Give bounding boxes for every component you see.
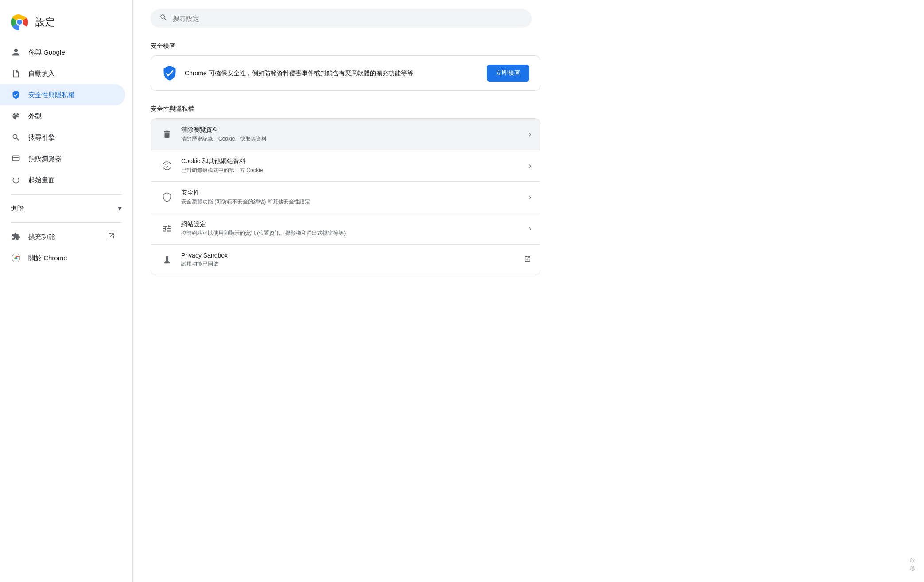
search-bar-wrap: [151, 9, 906, 28]
sidebar: 設定 你與 Google 自動填入 安全性與隱私權: [0, 0, 133, 582]
science-icon: [160, 253, 174, 267]
sidebar-nav: 你與 Google 自動填入 安全性與隱私權 外觀: [0, 42, 132, 269]
arrow-icon-site: ›: [529, 225, 531, 233]
privacy-item-subtitle-sandbox: 試用功能已開啟: [181, 260, 517, 268]
svg-point-10: [165, 166, 166, 167]
safety-check-description: Chrome 可確保安全性，例如防範資料侵害事件或封鎖含有惡意軟體的擴充功能等等: [185, 69, 480, 78]
safety-check-section-title: 安全檢查: [151, 42, 906, 50]
sidebar-label-google: 你與 Google: [28, 48, 115, 57]
sidebar-item-browser[interactable]: 預設瀏覽器: [0, 148, 125, 169]
bottom-hint: 啟 移: [910, 556, 915, 573]
search-icon: [159, 13, 167, 23]
palette-icon: [11, 111, 21, 121]
sidebar-label-extensions: 擴充功能: [28, 233, 101, 241]
arrow-icon-clear: ›: [529, 130, 531, 138]
privacy-item-subtitle-cookies: 已封鎖無痕模式中的第三方 Cookie: [181, 167, 522, 174]
chrome-icon: [11, 253, 21, 263]
sidebar-item-startup[interactable]: 起始畫面: [0, 169, 125, 191]
svg-point-9: [167, 164, 168, 164]
privacy-item-subtitle-clear: 清除歷史記錄、Cookie、快取等資料: [181, 135, 522, 143]
svg-rect-3: [13, 156, 19, 161]
svg-point-8: [165, 164, 166, 165]
safety-check-button[interactable]: 立即檢查: [487, 65, 529, 82]
cookie-icon: [160, 159, 174, 173]
sidebar-label-appearance: 外觀: [28, 112, 115, 121]
chevron-down-icon: ▾: [118, 203, 122, 213]
arrow-icon-cookies: ›: [529, 162, 531, 170]
tune-icon: [160, 222, 174, 236]
sidebar-item-about[interactable]: 關於 Chrome: [0, 247, 125, 269]
privacy-section: 安全性與隱私權 清除瀏覽資料 清除歷史記錄、Cookie、快取等資料 ›: [151, 105, 540, 275]
sidebar-item-extensions[interactable]: 擴充功能: [0, 226, 125, 247]
search-bar: [151, 9, 532, 28]
browser-icon: [11, 153, 21, 164]
sidebar-item-appearance[interactable]: 外觀: [0, 105, 125, 127]
sidebar-label-about: 關於 Chrome: [28, 254, 115, 262]
hint-line1: 啟: [910, 557, 915, 563]
sidebar-label-search: 搜尋引擎: [28, 133, 115, 142]
power-icon: [11, 175, 21, 185]
privacy-item-content-clear: 清除瀏覽資料 清除歷史記錄、Cookie、快取等資料: [181, 126, 522, 143]
privacy-item-site-settings[interactable]: 網站設定 控管網站可以使用和顯示的資訊 (位置資訊、攝影機和彈出式視窗等等) ›: [151, 213, 540, 245]
page-title: 設定: [35, 16, 55, 29]
privacy-item-subtitle-security: 安全瀏覽功能 (可防範不安全的網站) 和其他安全性設定: [181, 198, 522, 206]
privacy-item-content-site: 網站設定 控管網站可以使用和顯示的資訊 (位置資訊、攝影機和彈出式視窗等等): [181, 220, 522, 237]
search-nav-icon: [11, 132, 21, 143]
sidebar-label-autofill: 自動填入: [28, 70, 115, 78]
puzzle-icon: [11, 231, 21, 242]
svg-point-7: [163, 162, 171, 170]
sidebar-label-privacy: 安全性與隱私權: [28, 91, 115, 99]
person-icon: [11, 47, 21, 58]
arrow-icon-security: ›: [529, 193, 531, 201]
svg-point-12: [166, 167, 167, 168]
privacy-item-content-cookies: Cookie 和其他網站資料 已封鎖無痕模式中的第三方 Cookie: [181, 157, 522, 174]
sidebar-header: 設定: [0, 9, 132, 42]
chrome-logo-icon: [11, 13, 28, 31]
delete-icon: [160, 127, 174, 141]
sidebar-item-search[interactable]: 搜尋引擎: [0, 127, 125, 148]
privacy-item-security[interactable]: 安全性 安全瀏覽功能 (可防範不安全的網站) 和其他安全性設定 ›: [151, 182, 540, 213]
sidebar-item-google[interactable]: 你與 Google: [0, 42, 125, 63]
sidebar-item-advanced[interactable]: 進階 ▾: [0, 198, 132, 219]
privacy-list: 清除瀏覽資料 清除歷史記錄、Cookie、快取等資料 › Cookie 和其他網…: [151, 118, 540, 275]
sidebar-item-autofill[interactable]: 自動填入: [0, 63, 125, 84]
nav-divider: [11, 194, 122, 195]
autofill-icon: [11, 68, 21, 79]
shield-active-icon: [11, 90, 21, 100]
safety-check-card: Chrome 可確保安全性，例如防範資料侵害事件或封鎖含有惡意軟體的擴充功能等等…: [151, 55, 540, 91]
privacy-item-title-sandbox: Privacy Sandbox: [181, 252, 517, 259]
sidebar-label-browser: 預設瀏覽器: [28, 155, 115, 163]
hint-line2: 移: [910, 566, 915, 572]
safety-check-icon: [162, 65, 178, 81]
security-shield-icon: [160, 190, 174, 204]
sidebar-label-startup: 起始畫面: [28, 176, 115, 184]
privacy-item-title-site: 網站設定: [181, 220, 522, 228]
svg-point-2: [17, 20, 22, 25]
advanced-label: 進階: [11, 204, 114, 213]
svg-point-11: [167, 166, 168, 167]
privacy-item-title-clear: 清除瀏覽資料: [181, 126, 522, 134]
privacy-section-title: 安全性與隱私權: [151, 105, 540, 113]
privacy-item-clear-browsing[interactable]: 清除瀏覽資料 清除歷史記錄、Cookie、快取等資料 ›: [151, 119, 540, 150]
privacy-item-content-sandbox: Privacy Sandbox 試用功能已開啟: [181, 252, 517, 268]
privacy-item-content-security: 安全性 安全瀏覽功能 (可防範不安全的網站) 和其他安全性設定: [181, 189, 522, 206]
external-icon-sandbox: [524, 255, 531, 264]
privacy-item-sandbox[interactable]: Privacy Sandbox 試用功能已開啟: [151, 245, 540, 275]
search-input[interactable]: [173, 15, 523, 22]
nav-divider-2: [11, 222, 122, 223]
extensions-external-icon: [108, 232, 115, 241]
privacy-item-subtitle-site: 控管網站可以使用和顯示的資訊 (位置資訊、攝影機和彈出式視窗等等): [181, 230, 522, 237]
sidebar-item-privacy[interactable]: 安全性與隱私權: [0, 84, 125, 105]
privacy-item-title-cookies: Cookie 和其他網站資料: [181, 157, 522, 165]
privacy-item-title-security: 安全性: [181, 189, 522, 197]
privacy-item-cookies[interactable]: Cookie 和其他網站資料 已封鎖無痕模式中的第三方 Cookie ›: [151, 150, 540, 182]
main-content: 安全檢查 Chrome 可確保安全性，例如防範資料侵害事件或封鎖含有惡意軟體的擴…: [133, 0, 924, 582]
